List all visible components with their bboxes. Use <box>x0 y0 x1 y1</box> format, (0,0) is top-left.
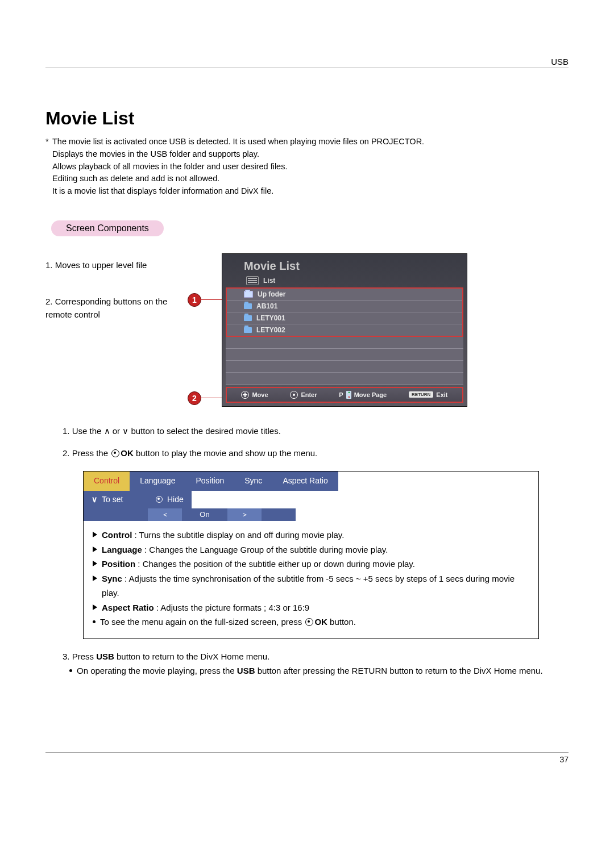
enter-icon <box>290 391 298 399</box>
triangle-icon <box>93 546 97 552</box>
footer-enter[interactable]: Enter <box>290 391 317 399</box>
step-text: button to select the desired movie title… <box>131 426 280 436</box>
next-arrow[interactable]: ＞ <box>227 508 262 521</box>
bullet-icon <box>93 620 96 623</box>
up-folder-icon <box>244 291 253 298</box>
to-set-label: To set <box>102 493 123 507</box>
footnote-text: button. <box>330 617 356 627</box>
desc-term: Aspect Ratio <box>102 603 154 612</box>
footer-label: Move <box>252 391 268 398</box>
header-section: USB <box>45 57 569 68</box>
desc-term: Language <box>102 545 142 554</box>
desc-footnote: To see the menu again on the full-sized … <box>93 615 529 629</box>
tab-aspect-ratio[interactable]: Aspect Ratio <box>272 471 338 491</box>
ui-list-label: List <box>263 277 275 285</box>
desc-term: Sync <box>102 574 122 583</box>
desc-row: Sync : Adjusts the time synchronisation … <box>93 571 529 600</box>
folder-icon <box>244 327 252 333</box>
triangle-icon <box>93 532 97 537</box>
intro-line: Displays the movies in the USB folder an… <box>52 149 259 158</box>
bullet-icon <box>69 669 72 672</box>
footer-movepage[interactable]: P Move Page <box>339 391 387 399</box>
step-3-bullet: On operating the movie playing, press th… <box>69 663 569 678</box>
file-rows-highlighted: Up foder AB101 LETY001 LETY002 <box>226 287 463 337</box>
file-row-label: LETY001 <box>256 314 285 322</box>
down-chevron-icon: ∨ <box>92 493 97 507</box>
tab-language[interactable]: Language <box>130 471 185 491</box>
footer-label: Exit <box>436 391 447 398</box>
move-icon <box>241 391 249 399</box>
footer-label: Enter <box>301 391 317 398</box>
callout-line-2 <box>200 398 222 398</box>
intro-line: Editing such as delete and add is not al… <box>52 174 219 183</box>
step-bold: USB <box>96 652 114 661</box>
return-badge: RETURN <box>409 391 433 398</box>
step-text: or <box>113 426 123 436</box>
left-notes: 1. Moves to upper level file 2. Correspo… <box>45 253 182 322</box>
p-label: P <box>339 391 343 398</box>
file-row[interactable]: AB101 <box>227 301 462 312</box>
desc-row: Language : Changes the Language Group of… <box>93 542 529 557</box>
intro-line: It is a movie list that displays folder … <box>52 186 273 195</box>
footer-label: Move Page <box>354 391 387 398</box>
intro-line: Allows playback of all movies in the fol… <box>52 162 287 171</box>
subtitle-box: Control Language Position Sync Aspect Ra… <box>83 471 539 639</box>
desc-text: : Changes the position of the subtitle e… <box>135 559 415 569</box>
desc-row: Control : Turns the subtitle display on … <box>93 528 529 542</box>
tab-control[interactable]: Control <box>84 471 130 491</box>
file-row-label: AB101 <box>256 302 277 310</box>
step-bold: USB <box>237 666 255 675</box>
empty-rows <box>226 337 463 385</box>
step-text: 3. Press <box>63 652 96 661</box>
file-row[interactable]: LETY001 <box>227 312 462 324</box>
spacer-cell <box>262 508 296 521</box>
step-text: 1. Use the <box>63 426 104 436</box>
desc-text: : Turns the subtitle display on and off … <box>132 530 344 540</box>
desc-row: Position : Changes the position of the s… <box>93 557 529 571</box>
note-2: 2. Corresponding buttons on the remote c… <box>45 295 182 321</box>
step-text: 2. Press the <box>63 448 110 458</box>
folder-icon <box>244 303 252 309</box>
hide[interactable]: Hide <box>148 491 192 509</box>
note-1: 1. Moves to upper level file <box>45 259 182 272</box>
file-row[interactable]: LETY002 <box>227 324 462 336</box>
triangle-icon <box>93 561 97 566</box>
footnote-text: To see the menu again on the full-sized … <box>100 617 304 627</box>
triangle-icon <box>93 604 97 610</box>
footer-exit[interactable]: RETURN Exit <box>409 391 448 398</box>
triangle-icon <box>93 575 97 581</box>
hide-label: Hide <box>167 493 184 507</box>
desc-text: : Adjusts the time synchronisation of th… <box>102 574 515 598</box>
desc-text: : Changes the Language Group of the subt… <box>142 545 388 554</box>
list-icon <box>246 276 259 285</box>
step-text: button after pressing the RETURN button … <box>255 666 543 675</box>
ok-icon <box>305 618 313 626</box>
file-row-up[interactable]: Up foder <box>227 289 462 301</box>
step-2: 2. Press the OK button to play the movie… <box>63 446 569 461</box>
desc-term: Control <box>102 530 132 540</box>
step-1: 1. Use the ∧ or ∨ button to select the d… <box>63 424 569 439</box>
intro-line: The movie list is activated once USB is … <box>52 137 424 146</box>
step-bold: OK <box>121 448 134 458</box>
step-3: 3. Press USB button to return to the Div… <box>63 649 569 664</box>
callout-badge-1: 1 <box>188 293 201 307</box>
file-row-label: Up foder <box>258 290 285 298</box>
footer-move[interactable]: Move <box>241 391 268 399</box>
tab-position[interactable]: Position <box>185 471 234 491</box>
step-text: On operating the movie playing, press th… <box>77 666 237 675</box>
section-pill: Screen Components <box>51 220 164 236</box>
prev-arrow[interactable]: ＜ <box>148 508 182 521</box>
file-row-label: LETY002 <box>256 326 285 334</box>
callout-badge-2: 2 <box>188 391 201 405</box>
ui-list-header: List <box>246 276 467 285</box>
folder-icon <box>244 315 252 321</box>
ok-icon <box>111 449 119 457</box>
value-on: On <box>182 508 227 521</box>
tabs-row: Control Language Position Sync Aspect Ra… <box>84 471 538 491</box>
to-set[interactable]: ∨ To set <box>84 491 148 509</box>
page-title: Movie List <box>45 108 569 129</box>
tab-sync[interactable]: Sync <box>234 471 272 491</box>
intro-block: *The movie list is activated once USB is… <box>52 136 569 198</box>
up-arrow-icon: ∧ <box>104 424 110 439</box>
steps: 1. Use the ∧ or ∨ button to select the d… <box>63 424 569 678</box>
